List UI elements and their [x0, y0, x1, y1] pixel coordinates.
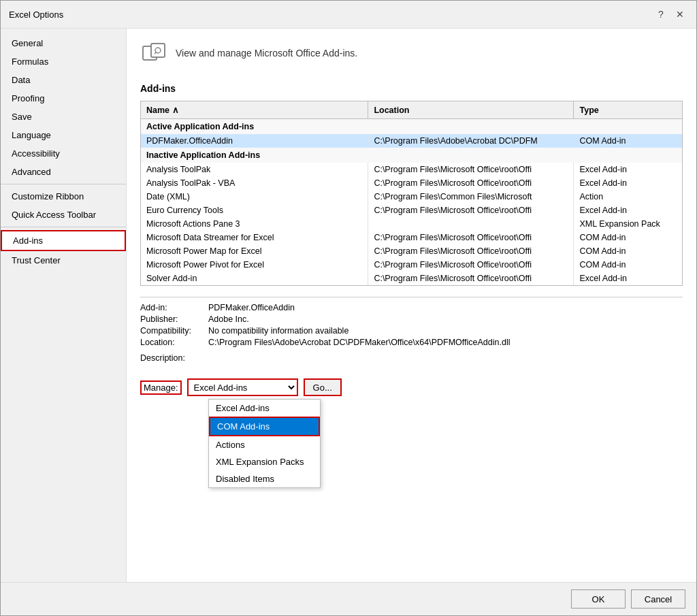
cell-type: Excel Add-in — [574, 272, 682, 285]
cell-name: Analysis ToolPak - VBA — [141, 176, 368, 190]
cell-type: Excel Add-in — [574, 163, 682, 176]
title-bar: Excel Options ? ✕ — [1, 1, 696, 29]
detail-description: Description: — [140, 349, 683, 363]
dropdown-item-com-addins[interactable]: COM Add-ins — [209, 417, 320, 436]
cell-name: Microsoft Data Streamer for Excel — [141, 231, 368, 244]
help-button[interactable]: ? — [653, 6, 669, 22]
table-section-header: Active Application Add-ins — [141, 119, 682, 135]
cancel-button[interactable]: Cancel — [631, 589, 685, 609]
manage-label: Manage: — [140, 380, 182, 395]
col-header-type[interactable]: Type — [574, 101, 682, 119]
main-area: View and manage Microsoft Office Add-ins… — [127, 29, 696, 582]
sidebar-item-formulas[interactable]: Formulas — [1, 52, 126, 71]
addin-value: PDFMaker.OfficeAddin — [208, 303, 295, 312]
addins-table: Name ∧ Location Type Active Application … — [141, 101, 682, 285]
table-row[interactable]: Microsoft Power Pivot for ExcelC:\Progra… — [141, 258, 682, 272]
cell-location: C:\Program Files\Common Files\Microsoft — [368, 190, 574, 204]
detail-publisher: Publisher: Adobe Inc. — [140, 314, 683, 324]
cell-name: PDFMaker.OfficeAddin — [141, 134, 368, 148]
sidebar-item-data[interactable]: Data — [1, 71, 126, 89]
cell-type: Action — [574, 190, 682, 204]
dialog-content: GeneralFormulasDataProofingSaveLanguageA… — [1, 29, 696, 582]
sidebar-item-save[interactable]: Save — [1, 108, 126, 126]
location-value: C:\Program Files\Adobe\Acrobat DC\PDFMak… — [208, 338, 510, 347]
detail-compatibility: Compatibility: No compatibility informat… — [140, 326, 683, 336]
table-row[interactable]: Microsoft Actions Pane 3XML Expansion Pa… — [141, 217, 682, 231]
addin-label: Add-in: — [140, 303, 208, 312]
cell-location: C:\Program Files\Adobe\Acrobat DC\PDFM — [368, 134, 574, 148]
cell-name: Euro Currency Tools — [141, 204, 368, 217]
publisher-label: Publisher: — [140, 314, 208, 324]
dialog-title: Excel Options — [9, 10, 63, 20]
cell-location: C:\Program Files\Microsoft Office\root\O… — [368, 163, 574, 176]
cell-name: Microsoft Power Pivot for Excel — [141, 258, 368, 272]
cell-name: Date (XML) — [141, 190, 368, 204]
manage-dropdown: Excel Add-insCOM Add-insActionsXML Expan… — [208, 399, 321, 488]
cell-location: C:\Program Files\Microsoft Office\root\O… — [368, 272, 574, 285]
cell-location: C:\Program Files\Microsoft Office\root\O… — [368, 258, 574, 272]
cell-name: Microsoft Actions Pane 3 — [141, 217, 368, 231]
sidebar-divider — [1, 227, 126, 227]
go-button[interactable]: Go... — [304, 378, 342, 396]
dropdown-item-xml-expansion[interactable]: XML Expansion Packs — [209, 453, 320, 470]
detail-addin: Add-in: PDFMaker.OfficeAddin — [140, 303, 683, 312]
sidebar-item-accessibility[interactable]: Accessibility — [1, 144, 126, 163]
sidebar-item-trust-center[interactable]: Trust Center — [1, 251, 126, 270]
excel-options-dialog: Excel Options ? ✕ GeneralFormulasDataPro… — [0, 0, 697, 616]
cell-location: C:\Program Files\Microsoft Office\root\O… — [368, 244, 574, 258]
cell-type: Excel Add-in — [574, 176, 682, 190]
sidebar-item-quick-access[interactable]: Quick Access Toolbar — [1, 206, 126, 224]
compatibility-label: Compatibility: — [140, 326, 208, 336]
footer: OK Cancel — [1, 582, 696, 615]
page-header: View and manage Microsoft Office Add-ins… — [140, 39, 683, 72]
table-row[interactable]: Microsoft Power Map for ExcelC:\Program … — [141, 244, 682, 258]
table-row[interactable]: Date (XML)C:\Program Files\Common Files\… — [141, 190, 682, 204]
table-row[interactable]: Solver Add-inC:\Program Files\Microsoft … — [141, 272, 682, 285]
sidebar-item-general[interactable]: General — [1, 34, 126, 52]
sidebar-item-advanced[interactable]: Advanced — [1, 163, 126, 181]
compatibility-value: No compatibility information available — [208, 326, 348, 336]
manage-select[interactable]: Excel Add-insCOM Add-insActionsXML Expan… — [187, 378, 298, 396]
dropdown-item-disabled[interactable]: Disabled Items — [209, 470, 320, 487]
cell-type: COM Add-in — [574, 244, 682, 258]
page-description: View and manage Microsoft Office Add-ins… — [176, 48, 357, 59]
svg-rect-1 — [151, 44, 165, 57]
sidebar-item-customize-ribbon[interactable]: Customize Ribbon — [1, 187, 126, 206]
description-label: Description: — [140, 353, 208, 363]
detail-location: Location: C:\Program Files\Adobe\Acrobat… — [140, 338, 683, 347]
col-header-name[interactable]: Name ∧ — [141, 101, 368, 119]
dropdown-item-excel-addins[interactable]: Excel Add-ins — [209, 400, 320, 417]
addins-table-container: Name ∧ Location Type Active Application … — [140, 101, 683, 286]
cell-location: C:\Program Files\Microsoft Office\root\O… — [368, 231, 574, 244]
table-row[interactable]: Analysis ToolPak - VBAC:\Program Files\M… — [141, 176, 682, 190]
cell-location: C:\Program Files\Microsoft Office\root\O… — [368, 204, 574, 217]
table-wrapper[interactable]: Name ∧ Location Type Active Application … — [141, 101, 682, 285]
table-section-header: Inactive Application Add-ins — [141, 148, 682, 163]
title-buttons: ? ✕ — [653, 6, 688, 22]
dropdown-item-actions[interactable]: Actions — [209, 436, 320, 453]
sidebar-item-language[interactable]: Language — [1, 126, 126, 144]
table-row[interactable]: Analysis ToolPakC:\Program Files\Microso… — [141, 163, 682, 176]
close-button[interactable]: ✕ — [672, 6, 688, 22]
publisher-value: Adobe Inc. — [208, 314, 249, 324]
cell-type: XML Expansion Pack — [574, 217, 682, 231]
cell-name: Analysis ToolPak — [141, 163, 368, 176]
cell-name: Microsoft Power Map for Excel — [141, 244, 368, 258]
table-row[interactable]: Microsoft Data Streamer for ExcelC:\Prog… — [141, 231, 682, 244]
cell-type: Excel Add-in — [574, 204, 682, 217]
col-header-location[interactable]: Location — [368, 101, 574, 119]
table-row[interactable]: PDFMaker.OfficeAddinC:\Program Files\Ado… — [141, 134, 682, 148]
sidebar-item-addins[interactable]: Add-ins — [1, 230, 126, 251]
sidebar: GeneralFormulasDataProofingSaveLanguageA… — [1, 29, 127, 582]
location-label: Location: — [140, 338, 208, 347]
manage-bar: Manage: Excel Add-insCOM Add-insActionsX… — [140, 378, 683, 396]
table-row[interactable]: Euro Currency ToolsC:\Program Files\Micr… — [141, 204, 682, 217]
cell-name: Solver Add-in — [141, 272, 368, 285]
cell-type: COM Add-in — [574, 134, 682, 148]
cell-type: COM Add-in — [574, 231, 682, 244]
ok-button[interactable]: OK — [571, 589, 626, 609]
sidebar-item-proofing[interactable]: Proofing — [1, 89, 126, 108]
cell-type: COM Add-in — [574, 258, 682, 272]
section-title: Add-ins — [140, 83, 683, 94]
addins-icon — [140, 39, 167, 67]
